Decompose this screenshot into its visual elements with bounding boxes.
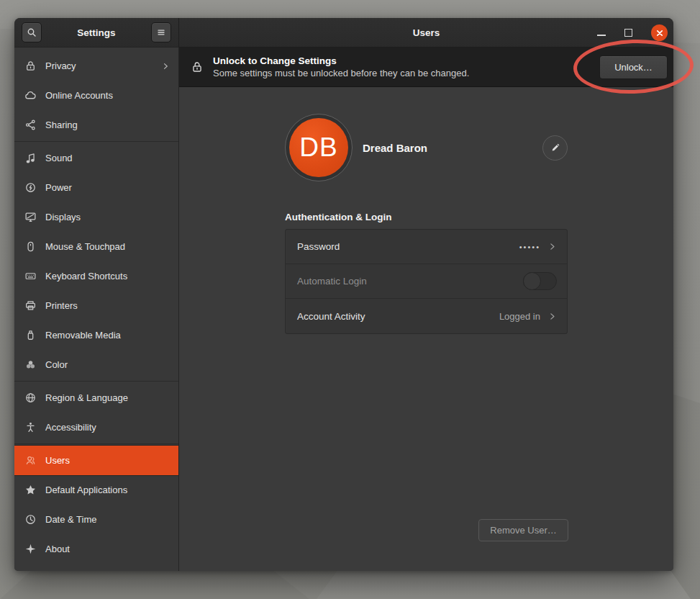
avatar-initials: DB (289, 118, 348, 177)
page-title: Users (413, 27, 440, 38)
pencil-icon (550, 143, 560, 153)
chevron-right-icon (547, 242, 557, 251)
sidebar-separator (14, 381, 178, 382)
music-note-icon (24, 152, 37, 164)
sparkle-icon (24, 543, 37, 555)
banner-texts: Unlock to Change Settings Some settings … (213, 55, 590, 78)
mouse-icon (24, 240, 37, 253)
maximize-icon (624, 29, 632, 37)
sidebar-item-keyboard-shortcuts[interactable]: Keyboard Shortcuts (14, 261, 178, 291)
password-row[interactable]: Password ••••• (286, 230, 567, 264)
hamburger-icon (155, 27, 167, 38)
sidebar-item-date-time[interactable]: Date & Time (14, 505, 178, 534)
sidebar-item-displays[interactable]: Displays (14, 202, 178, 232)
password-label: Password (297, 241, 512, 252)
banner-title: Unlock to Change Settings (213, 55, 590, 66)
sidebar-item-sound[interactable]: Sound (14, 143, 178, 173)
search-button[interactable] (22, 22, 42, 42)
display-icon (24, 211, 37, 223)
sidebar-item-accessibility[interactable]: Accessibility (14, 413, 178, 442)
cloud-icon (24, 89, 37, 102)
automatic-login-row: Automatic Login (286, 264, 567, 299)
auth-section-title: Authentication & Login (285, 212, 568, 222)
sidebar-item-label: Displays (45, 212, 170, 222)
user-full-name: Dread Baron (363, 142, 427, 154)
account-activity-row[interactable]: Account Activity Logged in (286, 299, 567, 333)
sidebar-item-label: Region & Language (45, 392, 170, 403)
color-circles-icon (24, 359, 37, 371)
sidebar-item-online-accounts[interactable]: Online Accounts (14, 81, 178, 110)
users-icon (24, 454, 37, 467)
minimize-icon (597, 35, 606, 36)
maximize-button[interactable] (624, 29, 632, 37)
sidebar-item-printers[interactable]: Printers (14, 291, 178, 320)
search-icon (26, 27, 37, 38)
chevron-right-icon (547, 312, 557, 321)
minimize-button[interactable] (597, 30, 606, 36)
sidebar-item-label: Sharing (45, 120, 170, 130)
window-controls (597, 18, 668, 48)
accessibility-icon (24, 421, 37, 433)
lock-icon (191, 60, 204, 73)
sidebar-item-sharing[interactable]: Sharing (14, 110, 178, 140)
printer-icon (24, 300, 37, 312)
sidebar-item-about[interactable]: About (14, 534, 178, 564)
sidebar-item-privacy[interactable]: Privacy (14, 51, 178, 81)
sidebar-item-users[interactable]: Users (14, 446, 178, 475)
power-icon (24, 181, 37, 194)
sidebar-item-label: Accessibility (45, 422, 170, 433)
star-icon (24, 484, 37, 496)
banner-subtitle: Some settings must be unlocked before th… (213, 68, 590, 78)
sidebar-item-label: Color (45, 359, 170, 370)
sidebar-item-label: Printers (45, 300, 170, 311)
titlebar: Settings Users (14, 18, 673, 48)
account-activity-label: Account Activity (297, 311, 492, 322)
sidebar-item-label: Online Accounts (45, 90, 170, 101)
auth-card: Password ••••• Automatic Login Account A… (285, 229, 568, 334)
sidebar-item-label: Mouse & Touchpad (45, 241, 170, 252)
automatic-login-label: Automatic Login (297, 276, 516, 287)
sidebar-item-label: Users (45, 455, 170, 466)
globe-icon (24, 392, 37, 404)
unlock-banner: Unlock to Change Settings Some settings … (179, 48, 673, 87)
password-value: ••••• (519, 243, 540, 251)
close-icon (655, 29, 664, 37)
keyboard-icon (24, 270, 37, 282)
sidebar-item-label: Power (45, 182, 170, 193)
unlock-button[interactable]: Unlock… (599, 55, 668, 79)
sidebar-item-color[interactable]: Color (14, 350, 178, 379)
sidebar-separator (14, 141, 178, 142)
sidebar-item-label: About (45, 544, 170, 554)
close-button[interactable] (651, 24, 668, 41)
clock-icon (24, 513, 37, 526)
sidebar-item-label: Keyboard Shortcuts (45, 271, 170, 282)
avatar[interactable]: DB (285, 114, 353, 181)
sidebar-item-label: Default Applications (45, 485, 170, 495)
chevron-right-icon (161, 62, 170, 71)
sidebar-item-region-language[interactable]: Region & Language (14, 383, 178, 413)
share-icon (24, 119, 37, 131)
toggle-knob (523, 272, 541, 290)
settings-window: Settings Users (14, 18, 673, 571)
sidebar-separator (14, 443, 178, 444)
sidebar: Privacy Online Accounts Sharing (14, 48, 179, 571)
main-header: Users (179, 18, 673, 48)
menu-button[interactable] (151, 22, 171, 42)
sidebar-item-label: Privacy (45, 60, 161, 71)
lock-icon (24, 60, 37, 72)
remove-user-button[interactable]: Remove User… (478, 519, 568, 541)
sidebar-item-mouse-touchpad[interactable]: Mouse & Touchpad (14, 232, 178, 261)
sidebar-item-label: Removable Media (45, 330, 170, 341)
rename-user-button[interactable] (542, 135, 568, 161)
automatic-login-toggle[interactable] (523, 272, 557, 290)
sidebar-item-label: Date & Time (45, 514, 170, 525)
users-panel: Unlock to Change Settings Some settings … (179, 48, 673, 571)
sidebar-item-label: Sound (45, 153, 170, 163)
sidebar-item-default-applications[interactable]: Default Applications (14, 475, 178, 505)
sidebar-header: Settings (14, 18, 179, 48)
user-profile-row: DB Dread Baron (285, 114, 568, 181)
users-content: DB Dread Baron Authentication & Login Pa… (179, 87, 673, 571)
sidebar-item-removable-media[interactable]: Removable Media (14, 320, 178, 350)
sidebar-item-power[interactable]: Power (14, 173, 178, 202)
account-activity-value: Logged in (499, 311, 540, 322)
